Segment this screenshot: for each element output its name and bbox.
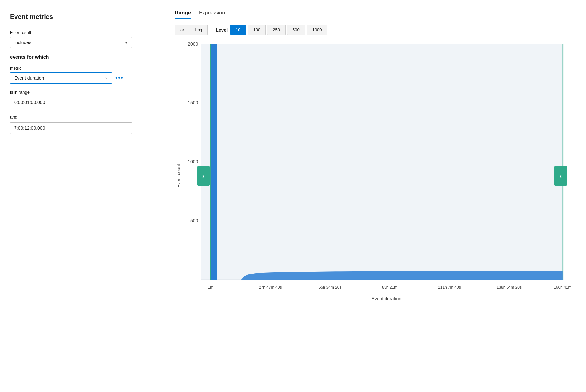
svg-text:166h 41m: 166h 41m <box>554 285 571 289</box>
level-250-button[interactable]: 250 <box>267 25 286 35</box>
chart-container: › ‹ 2000 1500 1000 500 Event count <box>175 41 573 311</box>
range-start-input[interactable] <box>10 97 132 108</box>
metric-value: Event duration <box>14 75 44 81</box>
range-start-group: is in range <box>10 90 162 108</box>
chart-svg: 2000 1500 1000 500 Event count 1m 27h 47… <box>175 41 573 311</box>
svg-text:1500: 1500 <box>188 100 198 105</box>
range-handle-left[interactable]: › <box>197 166 210 186</box>
metric-row: Event duration ∨ ••• <box>10 72 162 84</box>
filter-result-chevron: ∨ <box>125 40 128 45</box>
filter-result-label: Filter result <box>10 30 162 35</box>
is-in-range-label: is in range <box>10 90 162 95</box>
level-500-button[interactable]: 500 <box>287 25 305 35</box>
level-label: Level <box>216 27 228 33</box>
svg-text:55h 34m 20s: 55h 34m 20s <box>319 285 342 289</box>
range-handle-right[interactable]: ‹ <box>554 166 567 186</box>
filter-result-select[interactable]: Includes ∨ <box>10 37 132 48</box>
svg-text:Event count: Event count <box>176 164 181 188</box>
svg-text:2000: 2000 <box>188 41 198 46</box>
svg-text:Event duration: Event duration <box>371 296 401 301</box>
level-10-button[interactable]: 10 <box>230 25 246 35</box>
metric-group: metric Event duration ∨ ••• <box>10 66 162 84</box>
scale-linear-button[interactable]: ar <box>175 25 190 35</box>
panel-title: Event metrics <box>10 13 162 21</box>
tab-range[interactable]: Range <box>175 10 191 19</box>
tabs-bar: Range Expression <box>175 10 573 19</box>
tab-expression[interactable]: Expression <box>199 10 225 19</box>
level-1000-button[interactable]: 1000 <box>307 25 327 35</box>
left-panel: Event metrics Filter result Includes ∨ e… <box>7 7 168 385</box>
and-label: and <box>10 114 162 120</box>
range-end-input[interactable] <box>10 122 132 134</box>
filter-result-value: Includes <box>14 40 31 45</box>
metric-label: metric <box>10 66 162 70</box>
svg-text:1m: 1m <box>208 285 213 289</box>
svg-text:83h 21m: 83h 21m <box>382 285 397 289</box>
events-for-which-label: events for which <box>10 54 162 60</box>
range-handle-right-arrow: ‹ <box>560 173 562 180</box>
metric-select[interactable]: Event duration ∨ <box>10 72 112 84</box>
range-end-group <box>10 122 162 134</box>
toolbar: ar Log Level 10 100 250 500 1000 <box>175 25 573 35</box>
svg-text:111h 7m 40s: 111h 7m 40s <box>438 285 461 289</box>
right-panel: Range Expression ar Log Level 10 100 250… <box>168 7 579 385</box>
svg-text:500: 500 <box>190 218 198 223</box>
svg-text:138h 54m 20s: 138h 54m 20s <box>497 285 522 289</box>
scale-log-button[interactable]: Log <box>190 25 208 35</box>
events-for-which-group: events for which <box>10 54 162 60</box>
range-handle-left-arrow: › <box>202 173 204 180</box>
svg-text:27h 47m 40s: 27h 47m 40s <box>259 285 282 289</box>
level-100-button[interactable]: 100 <box>248 25 266 35</box>
metric-chevron: ∨ <box>105 76 108 80</box>
svg-text:1000: 1000 <box>188 159 198 164</box>
metric-more-button[interactable]: ••• <box>115 75 124 82</box>
filter-result-group: Filter result Includes ∨ <box>10 30 162 48</box>
